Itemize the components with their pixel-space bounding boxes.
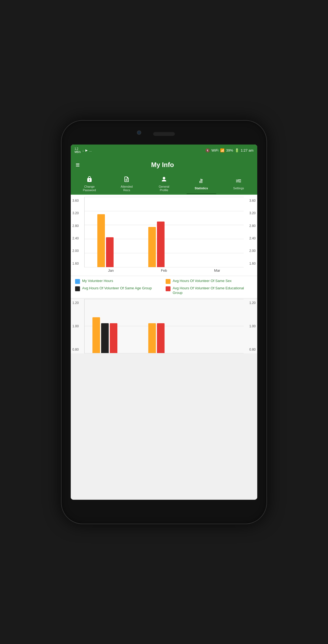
chart1-container: 3.60 3.20 2.80 2.40 2.00 1.60	[71, 195, 257, 276]
y-axis-right-2: 1.20 1.00 0.80	[244, 299, 257, 353]
legend-color-orange	[166, 279, 171, 284]
tab-bar: ChangePassword AttendedRecs GeneralPr	[71, 173, 257, 195]
feb-bars	[148, 222, 165, 267]
svg-point-3	[237, 181, 238, 182]
play-icon: ▶	[85, 149, 88, 152]
status-left: 1.2MB/s ↓ ▶ ...	[75, 147, 92, 154]
tab-general-profile-label: GeneralProfile	[159, 185, 169, 192]
phone-screen: 1.2MB/s ↓ ▶ ... 🔇 WiFi 📶 39% 🔋 1:27 am ≡…	[71, 145, 257, 500]
y-axis-right-1: 3.60 3.20 2.80 2.40 2.00 1.60	[244, 197, 257, 267]
jan-orange-bar	[97, 214, 105, 267]
battery-percent: 39%	[226, 148, 233, 152]
chart2-jan-bars	[92, 317, 117, 353]
mar-label: Mar	[191, 267, 244, 274]
tab-general-profile[interactable]: GeneralProfile	[145, 173, 183, 194]
feb-orange-bar	[148, 227, 156, 267]
speed-indicator: 1.2MB/s	[75, 147, 81, 154]
lock-icon	[86, 176, 93, 184]
phone-frame: 1.2MB/s ↓ ▶ ... 🔇 WiFi 📶 39% 🔋 1:27 am ≡…	[61, 120, 267, 524]
chart2-container: 1.20 1.00 0.80	[71, 299, 257, 353]
y-axis-left-1: 3.60 3.20 2.80 2.40 2.00 1.60	[71, 197, 84, 267]
mute-icon: 🔇	[205, 148, 210, 152]
content-scroll[interactable]: 3.60 3.20 2.80 2.40 2.00 1.60	[71, 195, 257, 500]
menu-button[interactable]: ≡	[76, 161, 80, 168]
tab-settings-label: Settings	[233, 187, 244, 190]
speaker	[153, 132, 175, 136]
chart2-feb-orange-bar	[148, 323, 156, 353]
wifi-icon: WiFi	[211, 148, 218, 152]
chart2-wrapper: 1.20 1.00 0.80	[71, 299, 257, 353]
more-icon: ...	[89, 149, 92, 152]
battery-icon: 🔋	[235, 148, 239, 152]
chart2-feb-bars	[148, 323, 165, 353]
legend-text-same-sex: Avg Hours Of Volunteer Of Same Sex	[173, 279, 231, 283]
y-axis-left-2: 1.20 1.00 0.80	[71, 299, 84, 353]
svg-point-1	[237, 179, 238, 180]
legend-text-same-edu: Avg Hours Of Volunteer Of Same Education…	[173, 286, 253, 295]
tab-statistics-label: Statistics	[195, 187, 208, 190]
legend-my-volunteer: My Volunteer Hours	[75, 279, 162, 284]
status-bar: 1.2MB/s ↓ ▶ ... 🔇 WiFi 📶 39% 🔋 1:27 am	[71, 145, 257, 156]
tab-attended-recs[interactable]: AttendedRecs	[108, 173, 146, 194]
app-title: My Info	[84, 161, 241, 169]
chart1-inner	[84, 197, 244, 267]
signal-icon: 📶	[220, 148, 224, 152]
tab-statistics[interactable]: Statistics	[183, 173, 220, 194]
chart-legend: My Volunteer Hours Avg Hours Of Voluntee…	[71, 276, 257, 298]
feb-red-bar	[157, 222, 165, 267]
legend-color-blue	[75, 279, 80, 284]
tab-settings[interactable]: Settings	[220, 173, 257, 194]
document-icon	[123, 176, 130, 184]
status-right: 🔇 WiFi 📶 39% 🔋 1:27 am	[205, 148, 253, 152]
jan-bars	[97, 214, 114, 267]
statistics-icon	[198, 178, 205, 185]
profile-icon	[161, 176, 167, 184]
month-labels-1: Jan Feb Mar	[71, 267, 257, 274]
legend-color-black	[75, 286, 80, 291]
download-icon: ↓	[82, 149, 84, 152]
legend-color-red	[166, 286, 171, 291]
settings-icon	[235, 178, 242, 185]
camera	[137, 130, 141, 135]
chart2-inner	[84, 299, 244, 353]
chart2-jan-red-bar	[110, 323, 117, 353]
chart2-jan-orange-bar	[92, 317, 100, 353]
time: 1:27 am	[241, 148, 253, 152]
legend-text-my-volunteer: My Volunteer Hours	[82, 279, 113, 283]
app-bar: ≡ My Info	[71, 156, 257, 173]
legend-same-age: Avg Hours Of Volunteer Of Same Age Group	[75, 286, 162, 295]
chart2-feb-red-bar	[157, 323, 165, 353]
svg-point-2	[239, 180, 240, 181]
tab-attended-recs-label: AttendedRecs	[121, 185, 133, 192]
tab-change-password[interactable]: ChangePassword	[71, 173, 108, 194]
legend-text-same-age: Avg Hours Of Volunteer Of Same Age Group	[82, 286, 152, 291]
legend-same-sex: Avg Hours Of Volunteer Of Same Sex	[166, 279, 253, 284]
jan-label: Jan	[84, 267, 137, 274]
feb-label: Feb	[137, 267, 191, 274]
chart1-wrapper: 3.60 3.20 2.80 2.40 2.00 1.60	[71, 197, 257, 267]
chart2-jan-black-bar	[101, 323, 109, 353]
tab-change-password-label: ChangePassword	[83, 185, 96, 192]
legend-same-edu: Avg Hours Of Volunteer Of Same Education…	[166, 286, 253, 295]
jan-red-bar	[106, 237, 114, 267]
